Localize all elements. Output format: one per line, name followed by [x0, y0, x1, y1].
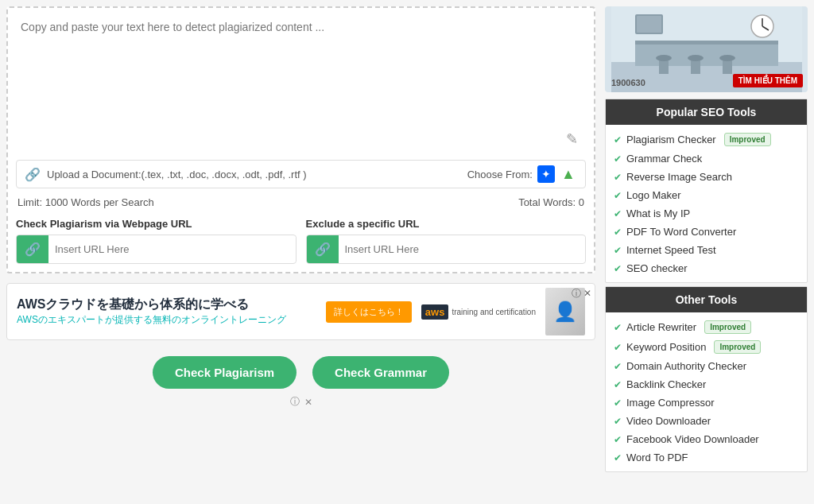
ad-subtitle: AWSのエキスパートが提供する無料のオンライントレーニング [17, 313, 316, 327]
checkmark-icon: ✔ [614, 397, 622, 409]
check-grammar-button[interactable]: Check Grammar [312, 356, 449, 389]
checkmark-icon: ✔ [614, 263, 622, 274]
svg-point-10 [719, 55, 735, 61]
seo-tool-item[interactable]: ✔ Logo Maker [612, 186, 800, 204]
right-sidebar: 1900630 TÌM HIỂU THÊM Popular SEO Tools … [605, 6, 808, 475]
exclude-url-input-wrapper: 🔗 [306, 235, 587, 264]
badge-improved: Improved [714, 340, 761, 354]
seo-tool-item[interactable]: ✔ Plagiarism Checker Improved [612, 130, 800, 149]
popular-seo-panel: Popular SEO Tools ✔ Plagiarism Checker I… [605, 99, 808, 283]
other-tools-list: ✔ Article Rewriter Improved✔ Keyword Pos… [606, 312, 807, 471]
tool-name: Reverse Image Search [626, 171, 732, 183]
other-tool-item[interactable]: ✔ Video Downloader [612, 412, 800, 430]
seo-tool-item[interactable]: ✔ PDF To Word Converter [612, 223, 800, 241]
checkmark-icon: ✔ [614, 134, 622, 145]
limit-row: Limit: 1000 Words per Search Total Words… [16, 195, 586, 210]
tool-name: Internet Speed Test [626, 244, 716, 256]
svg-rect-15 [637, 16, 661, 33]
checkmark-icon: ✔ [614, 434, 622, 445]
limit-text: Limit: 1000 Words per Search [17, 196, 154, 208]
exclude-url-group: Exclude a specific URL 🔗 [306, 218, 587, 264]
upload-row: 🔗 Upload a Document:(.tex, .txt, .doc, .… [16, 160, 586, 188]
exclude-url-input[interactable] [339, 237, 586, 262]
seo-tool-item[interactable]: ✔ What is My IP [612, 204, 800, 223]
tool-name: Backlink Checker [626, 378, 706, 390]
popular-seo-list: ✔ Plagiarism Checker Improved✔ Grammar C… [606, 125, 807, 282]
checkmark-icon: ✔ [614, 379, 622, 390]
svg-point-8 [688, 55, 704, 61]
url-row: Check Plagiarism via Webpage URL 🔗 Exclu… [16, 218, 586, 264]
tool-box: ✎ 🔗 Upload a Document:(.tex, .txt, .doc,… [6, 6, 595, 273]
check-url-icon: 🔗 [17, 235, 48, 263]
svg-rect-4 [635, 41, 778, 45]
other-tool-item[interactable]: ✔ Facebook Video Downloader [612, 430, 800, 448]
exclude-url-label: Exclude a specific URL [306, 218, 587, 230]
seo-tool-item[interactable]: ✔ Reverse Image Search [612, 168, 800, 186]
choose-from-label: Choose From: [467, 169, 533, 180]
other-tool-item[interactable]: ✔ Image Compressor [612, 394, 800, 412]
aws-logo-box: aws [421, 304, 449, 320]
checkmark-icon: ✔ [614, 361, 622, 372]
ad-content: AWSクラウドを基礎から体系的に学べる AWSのエキスパートが提供する無料のオン… [7, 284, 595, 339]
checkmark-icon: ✔ [614, 342, 622, 353]
check-plagiarism-button[interactable]: Check Plagiarism [153, 356, 297, 389]
ad-banner: ⓘ ✕ AWSクラウドを基礎から体系的に学べる AWSのエキスパートが提供する無… [6, 283, 595, 340]
seo-tool-item[interactable]: ✔ Internet Speed Test [612, 241, 800, 259]
other-tools-panel: Other Tools ✔ Article Rewriter Improved✔… [605, 286, 808, 472]
ad-close[interactable]: ⓘ ✕ [572, 287, 591, 300]
aws-logo-sub: training and certification [452, 308, 536, 316]
checkmark-icon: ✔ [614, 172, 622, 183]
check-url-label: Check Plagiarism via Webpage URL [16, 218, 297, 230]
checkmark-icon: ✔ [614, 322, 622, 333]
edit-icon: ✎ [562, 130, 581, 149]
other-tool-item[interactable]: ✔ Domain Authority Checker [612, 357, 800, 375]
choose-from: Choose From: ✦ ▲ [467, 165, 577, 183]
promo-cta[interactable]: TÌM HIỂU THÊM [733, 74, 803, 87]
other-tool-item[interactable]: ✔ Keyword Position Improved [612, 337, 800, 357]
seo-tool-item[interactable]: ✔ Grammar Check [612, 149, 800, 168]
svg-rect-3 [635, 42, 778, 66]
ad-cta-button[interactable]: 詳しくはこちら！ [326, 301, 412, 323]
aws-logo: aws training and certification [421, 304, 536, 320]
tool-name: Facebook Video Downloader [626, 433, 759, 445]
tool-name: Grammar Check [626, 153, 702, 165]
promo-phone: 1900630 [611, 78, 645, 87]
promo-image: 1900630 TÌM HIỂU THÊM [605, 6, 808, 92]
paperclip-icon: 🔗 [25, 167, 41, 182]
tool-name: Logo Maker [626, 189, 681, 201]
tool-name: Keyword Position [626, 341, 706, 353]
checkmark-icon: ✔ [614, 416, 622, 427]
checkmark-icon: ✔ [614, 245, 622, 256]
plagiarism-textarea[interactable] [16, 16, 586, 151]
other-tool-item[interactable]: ✔ Article Rewriter Improved [612, 317, 800, 337]
check-url-input[interactable] [48, 237, 296, 262]
tool-name: Video Downloader [626, 415, 711, 427]
svg-point-6 [656, 55, 672, 61]
left-panel: ✎ 🔗 Upload a Document:(.tex, .txt, .doc,… [6, 6, 595, 475]
check-url-input-wrapper: 🔗 [16, 235, 297, 264]
ad-title: AWSクラウドを基礎から体系的に学べる [17, 297, 316, 313]
seo-tool-item[interactable]: ✔ SEO checker [612, 259, 800, 277]
ad-info-row: ⓘ ✕ [6, 395, 595, 409]
popular-seo-header: Popular SEO Tools [606, 99, 807, 125]
action-buttons: Check Plagiarism Check Grammar [6, 356, 595, 389]
badge-improved: Improved [724, 133, 771, 146]
other-tool-item[interactable]: ✔ Backlink Checker [612, 375, 800, 394]
badge-improved: Improved [704, 320, 751, 334]
tool-name: Word To PDF [626, 452, 688, 463]
tool-name: Article Rewriter [626, 321, 696, 333]
dropbox-icon[interactable]: ✦ [537, 165, 555, 183]
tool-name: What is My IP [626, 207, 690, 219]
ad-text-block: AWSクラウドを基礎から体系的に学べる AWSのエキスパートが提供する無料のオン… [17, 297, 316, 327]
gdrive-icon[interactable]: ▲ [560, 165, 577, 183]
checkmark-icon: ✔ [614, 190, 622, 201]
tool-name: Image Compressor [626, 397, 715, 409]
total-words: Total Words: 0 [518, 196, 584, 208]
tool-name: PDF To Word Converter [626, 226, 736, 238]
ad-close-link[interactable]: ✕ [304, 397, 312, 408]
other-tool-item[interactable]: ✔ Word To PDF [612, 448, 800, 467]
checkmark-icon: ✔ [614, 208, 622, 219]
check-url-group: Check Plagiarism via Webpage URL 🔗 [16, 218, 297, 264]
upload-label: Upload a Document:(.tex, .txt, .doc, .do… [47, 169, 461, 180]
tool-name: Plagiarism Checker [626, 134, 716, 145]
